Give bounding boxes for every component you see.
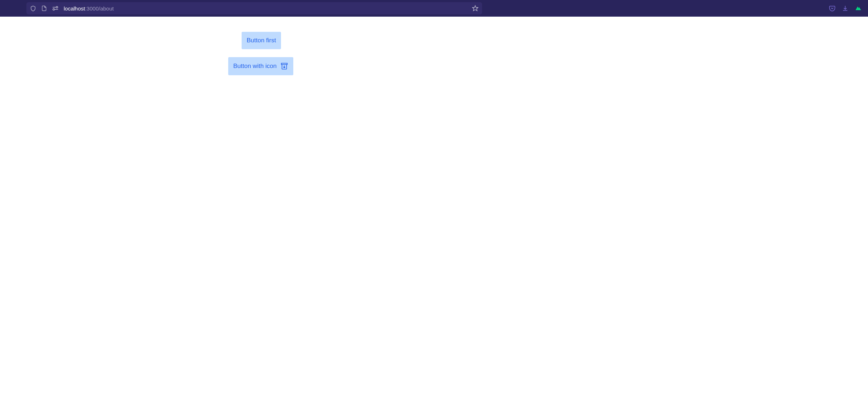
url-path: :3000/about bbox=[85, 5, 114, 12]
page-icon bbox=[41, 5, 47, 11]
browser-address-bar: localhost:3000/about bbox=[0, 0, 868, 17]
button-group: Button first Button with icon bbox=[0, 32, 868, 75]
nuxt-devtools-icon[interactable] bbox=[855, 6, 862, 11]
url-host: localhost bbox=[64, 5, 85, 12]
svg-rect-5 bbox=[281, 63, 288, 65]
url-text[interactable]: localhost:3000/about bbox=[64, 5, 467, 12]
svg-point-3 bbox=[53, 9, 55, 10]
download-icon[interactable] bbox=[842, 5, 848, 12]
page-content: Button first Button with icon bbox=[0, 17, 868, 75]
bookmark-star-icon[interactable] bbox=[472, 5, 478, 12]
settings-toggle-icon[interactable] bbox=[52, 6, 59, 11]
svg-point-1 bbox=[56, 7, 58, 8]
button-first[interactable]: Button first bbox=[242, 32, 281, 49]
svg-marker-4 bbox=[473, 6, 478, 11]
shield-icon[interactable] bbox=[30, 5, 36, 12]
url-input-container[interactable]: localhost:3000/about bbox=[26, 2, 482, 14]
button-first-label: Button first bbox=[247, 37, 276, 44]
archive-download-icon bbox=[280, 62, 288, 70]
browser-toolbar-right bbox=[829, 5, 865, 12]
pocket-icon[interactable] bbox=[829, 5, 835, 12]
button-with-icon-label: Button with icon bbox=[233, 63, 277, 70]
button-with-icon[interactable]: Button with icon bbox=[228, 57, 293, 75]
